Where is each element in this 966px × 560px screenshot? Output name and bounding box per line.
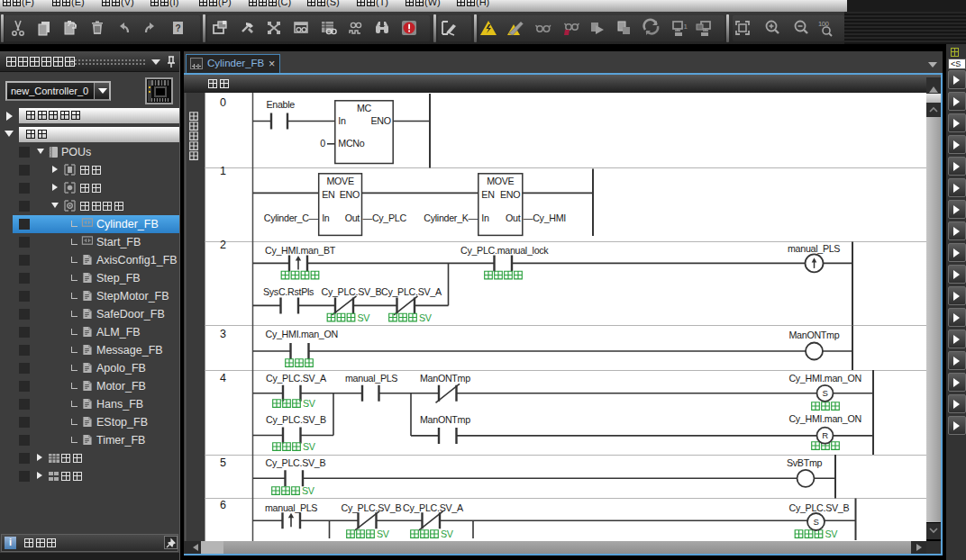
svg-text:ENO: ENO [500,189,520,200]
svg-text:SV: SV [302,485,315,496]
svg-text:Cy_PLC.SV_B: Cy_PLC.SV_B [266,457,326,468]
svg-text:Enable: Enable [267,99,296,110]
svg-text:SV: SV [303,398,316,409]
svg-text:0: 0 [320,138,325,149]
svg-text:Cy_PLC.SV_A: Cy_PLC.SV_A [381,286,442,297]
svg-text:Cy_PLC.SV_B: Cy_PLC.SV_B [266,414,326,425]
svg-text:5: 5 [220,456,226,469]
svg-text:In: In [322,212,330,223]
svg-text:In: In [338,115,346,126]
svg-text:EN: EN [481,189,494,200]
svg-text:MCNo: MCNo [338,138,364,149]
svg-text:Cy_PLC.SV_A: Cy_PLC.SV_A [403,502,464,513]
svg-text:SV: SV [303,441,316,452]
svg-text:SV: SV [377,528,390,539]
svg-text:1: 1 [684,23,688,31]
svg-text:ManONTmp: ManONTmp [420,414,470,425]
svg-text:MC: MC [357,103,372,113]
svg-text:R: R [822,430,828,440]
svg-text:—Cy_PLC: —Cy_PLC [363,212,407,223]
svg-text:0: 0 [220,96,226,109]
svg-text:Cy_PLC.manual_lock: Cy_PLC.manual_lock [460,245,549,256]
svg-text:Cy_PLC.SV_B: Cy_PLC.SV_B [789,502,850,513]
svg-text:Cy_PLC.SV_B: Cy_PLC.SV_B [322,286,382,297]
svg-text:Cylinder_C—: Cylinder_C— [264,212,319,223]
svg-text:Cy_PLC.SV_B: Cy_PLC.SV_B [342,502,402,513]
svg-text:6: 6 [220,499,226,511]
svg-text:Out: Out [506,212,521,223]
svg-text:Cy_HMI.man_ON: Cy_HMI.man_ON [788,413,861,424]
svg-text:ManONTmp: ManONTmp [789,330,840,340]
svg-text:ManONTmp: ManONTmp [420,373,470,384]
svg-text:manual_PLS: manual_PLS [265,502,317,513]
svg-text:SysC.RstPls: SysC.RstPls [263,286,314,297]
svg-text:ENO: ENO [370,115,390,126]
svg-text:—Cy_HMI: —Cy_HMI [524,212,566,223]
svg-text:EN: EN [322,189,334,200]
svg-text:?: ? [176,23,181,33]
svg-text:MOVE: MOVE [487,176,514,186]
svg-text:In: In [481,212,489,223]
svg-text:ENO: ENO [340,189,360,200]
svg-text:SV: SV [419,312,433,323]
svg-text:SvBTmp: SvBTmp [787,457,823,468]
svg-text:S: S [822,388,827,398]
svg-text:1: 1 [220,165,226,177]
svg-text:4: 4 [220,372,226,384]
svg-text:SV: SV [358,312,371,323]
svg-text:Cy_HMI.man_BT: Cy_HMI.man_BT [265,245,336,256]
svg-text:S: S [813,517,818,527]
svg-text:2: 2 [220,239,226,251]
svg-text:Cy_PLC.SV_A: Cy_PLC.SV_A [266,373,327,384]
svg-text:Cy_HMI.man_ON: Cy_HMI.man_ON [266,329,338,339]
svg-text:3: 3 [220,328,226,340]
svg-text:Cy_HMI.man_ON: Cy_HMI.man_ON [788,373,861,384]
svg-text:SV: SV [825,528,839,539]
svg-text:Cylinder_K—: Cylinder_K— [424,212,478,223]
svg-text:Out: Out [345,212,360,223]
svg-text:manual_PLS: manual_PLS [788,243,840,254]
svg-text:SV: SV [441,528,454,539]
svg-text:MOVE: MOVE [326,176,353,186]
svg-text:manual_PLS: manual_PLS [345,373,397,384]
